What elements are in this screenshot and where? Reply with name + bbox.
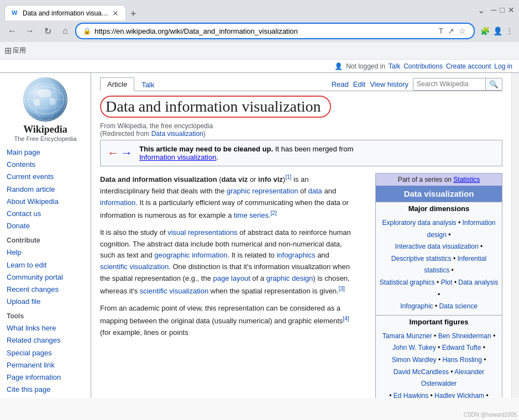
wiki-globe [23, 77, 67, 122]
sidebar-contents[interactable]: Contents [7, 159, 84, 171]
data-analysis-link[interactable]: Data analysis [458, 279, 498, 286]
search-button[interactable]: 🔍 [485, 78, 502, 90]
sidebar-permanent-link[interactable]: Permanent link [7, 359, 84, 371]
data-link[interactable]: data [308, 187, 322, 195]
minimize-button[interactable]: ─ [491, 6, 497, 14]
redirected-from-text: (Redirected from Data visualization) [100, 130, 206, 138]
exploratory-data-analysis-link[interactable]: Exploratory data analysis [382, 219, 457, 227]
apps-launcher[interactable]: ⊞ 应用 [4, 45, 26, 56]
tab-article[interactable]: Article [100, 77, 134, 91]
reload-button[interactable]: ↻ [40, 23, 55, 39]
forward-button[interactable]: → [22, 23, 38, 39]
edward-tufte-link[interactable]: Edward Tufte [442, 344, 481, 351]
sidebar-related-changes[interactable]: Related changes [7, 334, 84, 347]
ben-shneiderman-link[interactable]: Ben Shneiderman [438, 332, 491, 340]
tamara-munzner-link[interactable]: Tamara Munzner [382, 332, 432, 340]
infographics-link[interactable]: infographics [276, 251, 315, 259]
read-link[interactable]: Read [332, 80, 349, 88]
sidebar-what-links-here[interactable]: What links here [7, 322, 84, 334]
cleanup-bold-text: This article may need to be cleaned up. [139, 145, 273, 153]
geographic-information-link[interactable]: geographic information [154, 251, 227, 259]
new-tab-button[interactable]: + [126, 8, 141, 20]
interactive-data-viz-link[interactable]: Interactive data visualization [395, 243, 479, 250]
information-link[interactable]: information [100, 198, 135, 207]
sidebar-main-page[interactable]: Main page [7, 146, 84, 159]
page-layout-link[interactable]: page layout [213, 274, 250, 282]
search-input[interactable] [413, 78, 485, 90]
tab-talk[interactable]: Talk [134, 78, 161, 91]
bookmarks-bar: ⊞ 应用 [0, 42, 519, 60]
tab-bar: W Data and information visualiz... ✕ + [4, 0, 141, 20]
title-bar: W Data and information visualiz... ✕ + ⌄… [0, 0, 519, 20]
scientific-viz-link2[interactable]: scientific visualization [140, 287, 208, 295]
from-text: From Wikipedia, the free encyclopedia [100, 122, 213, 130]
translate-icon[interactable]: T [437, 25, 444, 36]
bookmark-icon[interactable]: ☆ [458, 25, 467, 36]
url-input[interactable] [95, 27, 434, 35]
ed-hawkins-link[interactable]: Ed Hawkins [394, 392, 428, 398]
descriptive-statistics-link[interactable]: Descriptive statistics [391, 255, 452, 262]
visual-representations-link[interactable]: visual representations [167, 228, 237, 237]
info-viz-link[interactable]: Information visualization [139, 153, 216, 161]
sidebar-contact-us[interactable]: Contact us [7, 208, 84, 220]
sidebar-learn-to-edit[interactable]: Learn to edit [7, 259, 84, 271]
menu-icon[interactable]: ⋮ [505, 25, 515, 36]
close-button[interactable]: ✕ [508, 6, 515, 14]
tab-close-button[interactable]: ✕ [112, 9, 119, 18]
david-mccandless-link[interactable]: David McCandless [394, 368, 449, 376]
sidebar-donate[interactable]: Donate [7, 220, 84, 232]
simon-wardley-link[interactable]: Simon Wardley [392, 356, 437, 364]
john-tukey-link[interactable]: John W. Tukey [392, 344, 436, 351]
edit-link[interactable]: Edit [353, 80, 365, 88]
sidebar-upload-file[interactable]: Upload file [7, 296, 84, 308]
sidebar-help[interactable]: Help [7, 246, 84, 259]
active-tab[interactable]: W Data and information visualiz... ✕ [4, 5, 126, 20]
sidebar-current-events[interactable]: Current events [7, 171, 84, 183]
share-icon[interactable]: ↗ [447, 25, 455, 36]
scientific-visualization-link[interactable]: scientific visualization [100, 262, 169, 271]
plot-link[interactable]: Plot [441, 279, 453, 286]
sidebar-recent-changes[interactable]: Recent changes [7, 284, 84, 296]
contributions-link[interactable]: Contributions [403, 62, 443, 70]
sidebar-community-portal[interactable]: Community portal [7, 271, 84, 284]
sidebar-nav-section: Main page Contents Current events Random… [7, 146, 84, 232]
hans-rosling-link[interactable]: Hans Rosling [442, 356, 481, 364]
data-science-link[interactable]: Data science [439, 302, 477, 310]
create-account-link[interactable]: Create account [446, 62, 491, 70]
scrollbar[interactable] [511, 73, 519, 398]
redirect-link[interactable]: Data visualization [151, 130, 203, 138]
back-button[interactable]: ← [4, 23, 20, 39]
statistical-graphics-link[interactable]: Statistical graphics [380, 279, 435, 286]
infographic-link[interactable]: Infographic [400, 302, 433, 310]
graphic-representation-link[interactable]: graphic representation [227, 187, 298, 195]
home-button[interactable]: ⌂ [57, 23, 73, 39]
not-logged-in-text: Not logged in [346, 62, 385, 70]
sidebar-tools-section: Tools What links here Related changes Sp… [7, 312, 84, 396]
sidebar-about-wikipedia[interactable]: About Wikipedia [7, 196, 84, 208]
cleanup-text: This article may need to be cleaned up. … [139, 145, 353, 161]
infobox-series-label: Part of a series on Statistics [376, 174, 502, 186]
view-history-link[interactable]: View history [370, 80, 408, 88]
talk-link[interactable]: Talk [389, 62, 400, 70]
time-series-link[interactable]: time series [234, 211, 269, 219]
infobox-major-dimensions-title: Major dimensions [376, 202, 502, 215]
sidebar-special-pages[interactable]: Special pages [7, 347, 84, 359]
address-icons: T ↗ ☆ [437, 25, 467, 36]
log-in-link[interactable]: Log in [494, 62, 512, 70]
sidebar-cite-this-page[interactable]: Cite this page [7, 384, 84, 396]
sidebar-tools-title: Tools [7, 312, 84, 320]
sidebar-random-article[interactable]: Random article [7, 183, 84, 196]
sidebar-contribute-title: Contribute [7, 237, 84, 244]
user-icon: 👤 [334, 62, 343, 70]
infobox-statistics-link[interactable]: Statistics [453, 176, 480, 183]
hadley-wickham-link[interactable]: Hadley Wickham [434, 392, 484, 398]
sidebar-page-information[interactable]: Page information [7, 371, 84, 384]
tab-menu-button[interactable]: ⌄ [475, 5, 487, 15]
wiki-content: Wikipedia The Free Encyclopedia Main pag… [0, 73, 519, 398]
graphic-design-link[interactable]: graphic design [266, 274, 313, 282]
user-profile-icon[interactable]: 👤 [492, 25, 504, 36]
extensions-icon[interactable]: 🧩 [479, 25, 491, 36]
maximize-button[interactable]: □ [500, 6, 505, 14]
article-actions: Read Edit View history 🔍 [332, 78, 502, 91]
address-bar[interactable]: 🔒 T ↗ ☆ [75, 23, 475, 39]
